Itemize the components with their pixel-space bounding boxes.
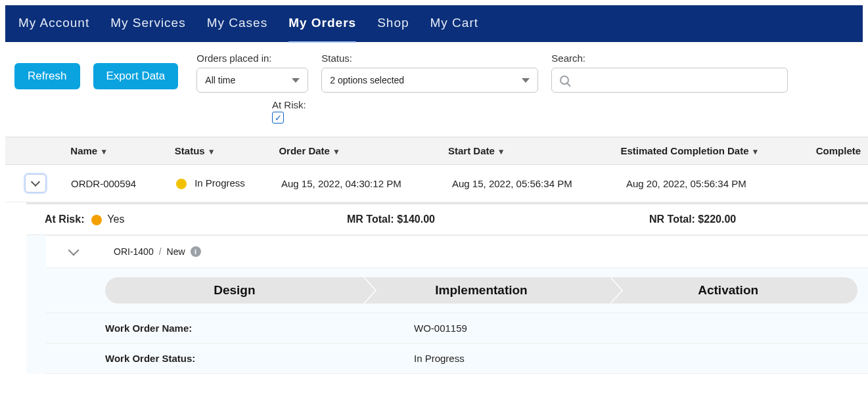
refresh-button[interactable]: Refresh [14, 63, 80, 89]
nav-my-account[interactable]: My Account [18, 16, 89, 32]
expand-item-button[interactable] [68, 244, 80, 256]
table-header: Name▼ Status▼ Order Date▼ Start Date▼ Es… [5, 137, 868, 165]
nav-my-cart[interactable]: My Cart [430, 16, 479, 32]
work-order-name-label: Work Order Name: [105, 323, 414, 334]
order-item-id: ORI-1400 [114, 246, 154, 257]
chevron-down-icon [31, 177, 40, 187]
orders-placed-label: Orders placed in: [196, 53, 308, 64]
sort-icon: ▼ [332, 147, 340, 156]
col-start-date[interactable]: Start Date▼ [448, 145, 621, 156]
col-name[interactable]: Name▼ [70, 145, 175, 156]
orders-placed-select[interactable]: All time [196, 68, 308, 93]
orders-placed-value: All time [205, 75, 235, 85]
expanded-panel: At Risk: Yes MR Total: $140.00 NR Total:… [26, 202, 868, 374]
col-status[interactable]: Status▼ [175, 145, 279, 156]
status-filter-label: Status: [321, 53, 538, 64]
stage-implementation[interactable]: Implementation [352, 277, 611, 303]
status-filter-value: 2 options selected [330, 75, 404, 85]
orders-table: Name▼ Status▼ Order Date▼ Start Date▼ Es… [5, 137, 868, 374]
top-nav: My Account My Services My Cases My Order… [5, 5, 863, 42]
nav-my-orders[interactable]: My Orders [288, 16, 356, 32]
cell-status: In Progress [176, 177, 281, 189]
col-complete[interactable]: Complete [816, 145, 868, 156]
chevron-down-icon [292, 78, 300, 83]
summary-bar: At Risk: Yes MR Total: $140.00 NR Total:… [26, 203, 868, 235]
summary-nr-value: $220.00 [698, 213, 736, 225]
info-icon[interactable]: i [191, 246, 201, 257]
expand-row-button[interactable] [25, 174, 46, 192]
nav-my-services[interactable]: My Services [110, 16, 185, 32]
summary-nr-label: NR Total: [649, 213, 698, 225]
stage-activation[interactable]: Activation [599, 277, 857, 303]
sort-icon: ▼ [208, 147, 216, 156]
status-dot-icon [91, 215, 102, 225]
work-order-name-value: WO-001159 [414, 323, 467, 334]
search-input-wrap[interactable] [551, 68, 788, 93]
cell-start-date: Aug 15, 2022, 05:56:34 PM [452, 178, 626, 189]
nav-shop[interactable]: Shop [377, 16, 409, 32]
table-row: ORDR-000594 In Progress Aug 15, 2022, 04… [5, 165, 868, 202]
col-estimated-completion[interactable]: Estimated Completion Date▼ [621, 145, 816, 156]
export-button[interactable]: Export Data [93, 63, 179, 89]
stage-design[interactable]: Design [105, 277, 364, 303]
summary-mr-label: MR Total: [347, 213, 397, 225]
cell-order-date: Aug 15, 2022, 04:30:12 PM [281, 178, 452, 189]
work-order-status-value: In Progress [414, 353, 465, 364]
work-order-status-label: Work Order Status: [105, 353, 414, 364]
summary-mr-value: $140.00 [397, 213, 435, 225]
work-order-status-row: Work Order Status: In Progress [46, 344, 868, 374]
nav-my-cases[interactable]: My Cases [207, 16, 267, 32]
search-input[interactable] [573, 75, 779, 86]
search-label: Search: [551, 53, 788, 64]
stage-progress: Design Implementation Activation [46, 268, 868, 313]
order-item-status: New [167, 246, 185, 257]
cell-ecd: Aug 20, 2022, 05:56:34 PM [626, 178, 823, 189]
cell-name: ORDR-000594 [71, 178, 176, 189]
summary-atrisk-label: At Risk: [45, 213, 84, 225]
col-order-date[interactable]: Order Date▼ [279, 145, 448, 156]
sort-icon: ▼ [497, 147, 505, 156]
status-filter-select[interactable]: 2 options selected [321, 68, 538, 93]
status-dot-icon [176, 179, 187, 189]
separator: / [159, 246, 162, 257]
atrisk-filter-label: At Risk: [272, 99, 854, 110]
search-icon [560, 76, 569, 85]
chevron-down-icon [522, 78, 530, 83]
order-item-row: ORI-1400 / New i [46, 235, 868, 268]
work-order-name-row: Work Order Name: WO-001159 [46, 313, 868, 344]
sort-icon: ▼ [752, 147, 760, 156]
sort-icon: ▼ [100, 147, 108, 156]
filter-bar: Refresh Export Data Orders placed in: Al… [0, 42, 868, 95]
summary-atrisk-value: Yes [107, 213, 124, 225]
atrisk-checkbox[interactable]: ✓ [272, 112, 284, 123]
